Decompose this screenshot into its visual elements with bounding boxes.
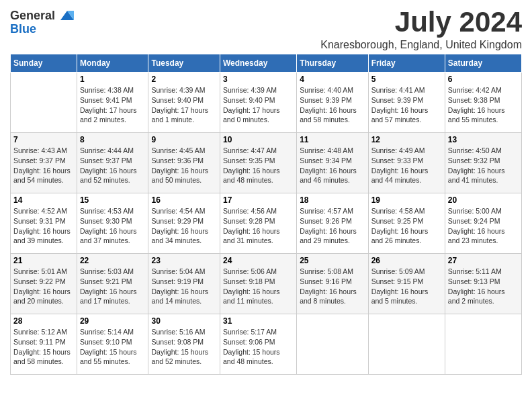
day-number: 16 — [151, 195, 217, 205]
col-wednesday: Wednesday — [220, 54, 296, 73]
day-number: 8 — [80, 135, 146, 144]
day-number: 20 — [448, 195, 519, 205]
day-number: 6 — [448, 75, 519, 84]
day-number: 18 — [300, 195, 365, 205]
day-number: 11 — [300, 135, 365, 144]
day-cell: 6Sunrise: 4:42 AM Sunset: 9:38 PM Daylig… — [445, 73, 521, 133]
day-info: Sunrise: 4:49 AM Sunset: 9:33 PM Dayligh… — [371, 146, 442, 185]
day-cell — [368, 314, 445, 375]
day-number: 22 — [80, 256, 146, 265]
page-header: General Blue July 2024 Knaresborough, En… — [10, 7, 522, 51]
day-info: Sunrise: 5:04 AM Sunset: 9:19 PM Dayligh… — [151, 267, 217, 306]
day-number: 4 — [300, 75, 365, 84]
day-cell: 26Sunrise: 5:09 AM Sunset: 9:15 PM Dayli… — [368, 254, 445, 314]
day-cell: 17Sunrise: 4:56 AM Sunset: 9:28 PM Dayli… — [220, 193, 296, 254]
day-cell: 1Sunrise: 4:38 AM Sunset: 9:41 PM Daylig… — [77, 73, 148, 133]
day-cell: 22Sunrise: 5:03 AM Sunset: 9:21 PM Dayli… — [77, 254, 148, 314]
day-info: Sunrise: 5:03 AM Sunset: 9:21 PM Dayligh… — [80, 267, 146, 306]
day-number: 30 — [151, 316, 217, 326]
day-info: Sunrise: 4:38 AM Sunset: 9:41 PM Dayligh… — [80, 85, 146, 125]
day-cell: 30Sunrise: 5:16 AM Sunset: 9:08 PM Dayli… — [148, 314, 220, 375]
col-thursday: Thursday — [297, 54, 369, 73]
week-row-5: 28Sunrise: 5:12 AM Sunset: 9:11 PM Dayli… — [11, 314, 522, 375]
col-friday: Friday — [368, 54, 445, 73]
day-cell: 28Sunrise: 5:12 AM Sunset: 9:11 PM Dayli… — [11, 314, 77, 375]
day-cell: 4Sunrise: 4:40 AM Sunset: 9:39 PM Daylig… — [297, 73, 369, 133]
day-number: 5 — [371, 75, 442, 84]
day-info: Sunrise: 5:06 AM Sunset: 9:18 PM Dayligh… — [223, 267, 294, 306]
day-info: Sunrise: 4:43 AM Sunset: 9:37 PM Dayligh… — [13, 146, 74, 185]
day-number: 1 — [80, 75, 146, 84]
day-cell: 24Sunrise: 5:06 AM Sunset: 9:18 PM Dayli… — [220, 254, 296, 314]
day-number: 12 — [371, 135, 442, 144]
day-info: Sunrise: 4:39 AM Sunset: 9:40 PM Dayligh… — [151, 85, 217, 125]
month-title: July 2024 — [320, 7, 522, 38]
day-cell: 13Sunrise: 4:50 AM Sunset: 9:32 PM Dayli… — [445, 133, 521, 193]
day-cell: 29Sunrise: 5:14 AM Sunset: 9:10 PM Dayli… — [77, 314, 148, 375]
day-cell: 15Sunrise: 4:53 AM Sunset: 9:30 PM Dayli… — [77, 193, 148, 254]
day-number: 2 — [151, 75, 217, 84]
day-number: 31 — [223, 316, 294, 326]
day-info: Sunrise: 4:45 AM Sunset: 9:36 PM Dayligh… — [151, 146, 217, 185]
day-cell: 23Sunrise: 5:04 AM Sunset: 9:19 PM Dayli… — [148, 254, 220, 314]
week-row-3: 14Sunrise: 4:52 AM Sunset: 9:31 PM Dayli… — [11, 193, 522, 254]
day-number: 26 — [371, 256, 442, 265]
title-block: July 2024 Knaresborough, England, United… — [320, 7, 522, 51]
day-cell: 18Sunrise: 4:57 AM Sunset: 9:26 PM Dayli… — [297, 193, 369, 254]
day-number: 28 — [13, 316, 74, 326]
col-saturday: Saturday — [445, 54, 521, 73]
day-number: 25 — [300, 256, 365, 265]
day-number: 23 — [151, 256, 217, 265]
day-info: Sunrise: 4:56 AM Sunset: 9:28 PM Dayligh… — [223, 206, 294, 246]
day-number: 17 — [223, 195, 294, 205]
day-info: Sunrise: 4:47 AM Sunset: 9:35 PM Dayligh… — [223, 146, 294, 185]
day-info: Sunrise: 4:48 AM Sunset: 9:34 PM Dayligh… — [300, 146, 365, 185]
day-info: Sunrise: 4:41 AM Sunset: 9:39 PM Dayligh… — [371, 85, 442, 125]
day-number: 19 — [371, 195, 442, 205]
day-number: 7 — [13, 135, 74, 144]
day-number: 24 — [223, 256, 294, 265]
day-info: Sunrise: 5:09 AM Sunset: 9:15 PM Dayligh… — [371, 267, 442, 306]
day-cell: 16Sunrise: 4:54 AM Sunset: 9:29 PM Dayli… — [148, 193, 220, 254]
day-cell: 2Sunrise: 4:39 AM Sunset: 9:40 PM Daylig… — [148, 73, 220, 133]
day-info: Sunrise: 5:00 AM Sunset: 9:24 PM Dayligh… — [448, 206, 519, 246]
logo-icon — [58, 7, 77, 26]
day-info: Sunrise: 4:58 AM Sunset: 9:25 PM Dayligh… — [371, 206, 442, 246]
day-cell: 31Sunrise: 5:17 AM Sunset: 9:06 PM Dayli… — [220, 314, 296, 375]
day-info: Sunrise: 4:52 AM Sunset: 9:31 PM Dayligh… — [13, 206, 74, 246]
day-info: Sunrise: 4:39 AM Sunset: 9:40 PM Dayligh… — [223, 85, 294, 125]
day-cell: 9Sunrise: 4:45 AM Sunset: 9:36 PM Daylig… — [148, 133, 220, 193]
day-cell: 5Sunrise: 4:41 AM Sunset: 9:39 PM Daylig… — [368, 73, 445, 133]
day-info: Sunrise: 4:42 AM Sunset: 9:38 PM Dayligh… — [448, 85, 519, 125]
logo-general-text: General — [10, 9, 55, 23]
col-monday: Monday — [77, 54, 148, 73]
day-info: Sunrise: 5:08 AM Sunset: 9:16 PM Dayligh… — [300, 267, 365, 306]
day-cell: 11Sunrise: 4:48 AM Sunset: 9:34 PM Dayli… — [297, 133, 369, 193]
day-number: 15 — [80, 195, 146, 205]
day-number: 29 — [80, 316, 146, 326]
day-number: 27 — [448, 256, 519, 265]
day-info: Sunrise: 4:50 AM Sunset: 9:32 PM Dayligh… — [448, 146, 519, 185]
day-info: Sunrise: 5:12 AM Sunset: 9:11 PM Dayligh… — [13, 327, 74, 367]
day-info: Sunrise: 4:44 AM Sunset: 9:37 PM Dayligh… — [80, 146, 146, 185]
day-number: 14 — [13, 195, 74, 205]
day-cell: 25Sunrise: 5:08 AM Sunset: 9:16 PM Dayli… — [297, 254, 369, 314]
day-info: Sunrise: 5:17 AM Sunset: 9:06 PM Dayligh… — [223, 327, 294, 367]
day-cell: 20Sunrise: 5:00 AM Sunset: 9:24 PM Dayli… — [445, 193, 521, 254]
week-row-1: 1Sunrise: 4:38 AM Sunset: 9:41 PM Daylig… — [11, 73, 522, 133]
day-info: Sunrise: 4:57 AM Sunset: 9:26 PM Dayligh… — [300, 206, 365, 246]
day-number: 10 — [223, 135, 294, 144]
day-cell: 7Sunrise: 4:43 AM Sunset: 9:37 PM Daylig… — [11, 133, 77, 193]
day-cell: 8Sunrise: 4:44 AM Sunset: 9:37 PM Daylig… — [77, 133, 148, 193]
location: Knaresborough, England, United Kingdom — [320, 39, 522, 51]
day-info: Sunrise: 5:16 AM Sunset: 9:08 PM Dayligh… — [151, 327, 217, 367]
col-tuesday: Tuesday — [148, 54, 220, 73]
day-cell — [297, 314, 369, 375]
day-info: Sunrise: 4:40 AM Sunset: 9:39 PM Dayligh… — [300, 85, 365, 125]
day-number: 3 — [223, 75, 294, 84]
day-cell: 10Sunrise: 4:47 AM Sunset: 9:35 PM Dayli… — [220, 133, 296, 193]
header-row: Sunday Monday Tuesday Wednesday Thursday… — [11, 54, 522, 73]
week-row-2: 7Sunrise: 4:43 AM Sunset: 9:37 PM Daylig… — [11, 133, 522, 193]
day-number: 13 — [448, 135, 519, 144]
day-number: 21 — [13, 256, 74, 265]
